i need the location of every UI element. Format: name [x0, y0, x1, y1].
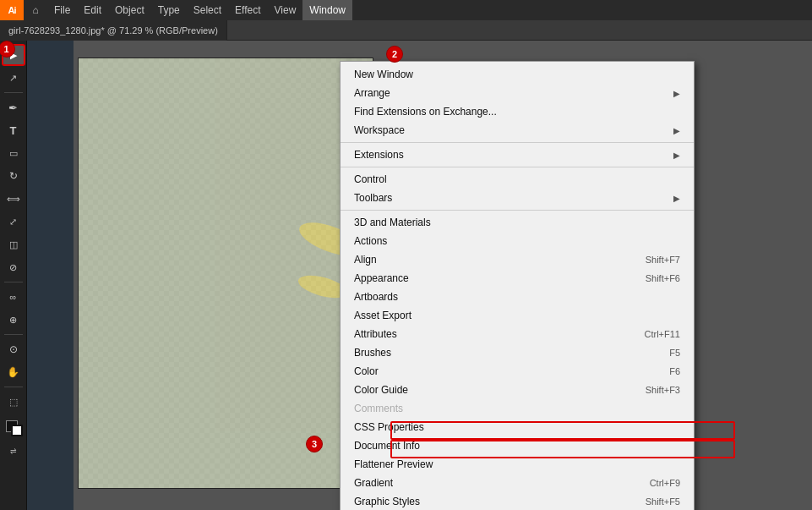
toolbars-arrow: ▶: [673, 194, 680, 203]
menu-view[interactable]: View: [268, 0, 303, 20]
appearance-shortcut: Shift+F6: [646, 273, 680, 283]
main-area: ▶ 1 ↗ ✒ T ▭ ↻ ⟺ ⤢ ◫ ⊘ ∞ ⊕ ⊙ ✋ ⬚ ⇌: [0, 41, 812, 510]
menu-object[interactable]: Object: [108, 0, 151, 20]
menu-item-graphic-styles[interactable]: Graphic Styles Shift+F5: [341, 492, 694, 510]
menu-item-find-extensions[interactable]: Find Extensions on Exchange...: [341, 102, 694, 121]
menu-item-new-window[interactable]: New Window: [341, 65, 694, 84]
menu-item-comments: Comments: [341, 399, 694, 418]
color-guide-shortcut: Shift+F3: [646, 385, 680, 395]
menu-bar: Ai ⌂ File Edit Object Type Select Effect…: [0, 0, 812, 20]
toolbar-divider-3: [4, 334, 23, 335]
menu-item-document-info[interactable]: Document Info: [341, 436, 694, 455]
menu-item-flattener-preview[interactable]: Flattener Preview: [341, 455, 694, 474]
brushes-shortcut: F5: [669, 348, 680, 358]
menu-item-color[interactable]: Color F6: [341, 362, 694, 381]
graphic-styles-shortcut: Shift+F5: [646, 496, 680, 507]
menu-item-color-guide[interactable]: Color Guide Shift+F3: [341, 381, 694, 399]
menu-type[interactable]: Type: [151, 0, 187, 20]
home-icon[interactable]: ⌂: [24, 0, 47, 20]
menu-window[interactable]: Window: [302, 0, 352, 20]
menu-item-extensions[interactable]: Extensions ▶: [341, 145, 694, 164]
menu-item-attributes[interactable]: Attributes Ctrl+F11: [341, 325, 694, 343]
menu-select[interactable]: Select: [187, 0, 228, 20]
tab-bar: girl-7628293_1280.jpg* @ 71.29 % (RGB/Pr…: [0, 20, 812, 41]
pen-tool[interactable]: ✒: [2, 96, 25, 118]
app-logo: Ai: [0, 0, 24, 20]
zoom-tool[interactable]: ⊙: [2, 338, 25, 360]
attributes-shortcut: Ctrl+F11: [645, 329, 681, 339]
blend-tool[interactable]: ∞: [2, 286, 25, 308]
gradient-tool[interactable]: ◫: [2, 233, 25, 255]
hand-tool[interactable]: ✋: [2, 361, 25, 383]
left-toolbar: ▶ 1 ↗ ✒ T ▭ ↻ ⟺ ⤢ ◫ ⊘ ∞ ⊕ ⊙ ✋ ⬚ ⇌: [0, 41, 27, 510]
rotate-tool[interactable]: ↻: [2, 165, 25, 187]
document-canvas: [78, 58, 373, 489]
menu-item-brushes[interactable]: Brushes F5: [341, 343, 694, 362]
badge-toolbar: 1: [0, 41, 15, 58]
badge-window-menu: 2: [386, 46, 403, 63]
menu-separator-2: [341, 167, 694, 167]
window-menu-dropdown: New Window Arrange ▶ Find Extensions on …: [340, 61, 695, 510]
canvas-border: [78, 58, 373, 489]
direct-select-tool[interactable]: ↗: [2, 67, 25, 89]
artboard-tool[interactable]: ⬚: [2, 391, 25, 413]
canvas-area: New Window Arrange ▶ Find Extensions on …: [27, 41, 812, 510]
menu-item-appearance[interactable]: Appearance Shift+F6: [341, 269, 694, 288]
stroke-swatch: [11, 425, 23, 436]
swap-colors[interactable]: ⇌: [2, 440, 25, 462]
toolbar-divider-2: [4, 282, 23, 282]
align-shortcut: Shift+F7: [646, 255, 680, 265]
document-tab[interactable]: girl-7628293_1280.jpg* @ 71.29 % (RGB/Pr…: [0, 20, 227, 41]
reflect-tool[interactable]: ⟺: [2, 188, 25, 210]
left-panel: [27, 41, 74, 510]
menu-separator-3: [341, 210, 694, 211]
symbol-tool[interactable]: ⊕: [2, 309, 25, 331]
color-swatches[interactable]: [2, 417, 25, 439]
menu-edit[interactable]: Edit: [77, 0, 108, 20]
menu-item-actions[interactable]: Actions: [341, 232, 694, 250]
menu-item-artboards[interactable]: Artboards: [341, 288, 694, 306]
toolbar-divider-1: [4, 92, 23, 93]
text-tool[interactable]: T: [2, 119, 25, 141]
menu-item-3d-materials[interactable]: 3D and Materials: [341, 213, 694, 232]
menu-item-gradient[interactable]: Gradient Ctrl+F9: [341, 474, 694, 492]
workspace-arrow: ▶: [673, 126, 680, 135]
menu-item-arrange[interactable]: Arrange ▶: [341, 84, 694, 102]
eyedropper-tool[interactable]: ⊘: [2, 256, 25, 278]
menu-effect[interactable]: Effect: [228, 0, 267, 20]
extensions-arrow: ▶: [673, 151, 680, 160]
menu-item-css-properties[interactable]: CSS Properties: [341, 418, 694, 436]
scale-tool[interactable]: ⤢: [2, 211, 25, 233]
arrange-arrow: ▶: [673, 89, 680, 98]
color-shortcut: F6: [669, 366, 680, 376]
toolbar-divider-4: [4, 387, 23, 387]
menu-separator-1: [341, 142, 694, 143]
menu-item-toolbars[interactable]: Toolbars ▶: [341, 189, 694, 207]
menu-item-align[interactable]: Align Shift+F7: [341, 250, 694, 269]
badge-image-trace: 3: [306, 436, 323, 452]
menu-file[interactable]: File: [47, 0, 77, 20]
menu-item-workspace[interactable]: Workspace ▶: [341, 121, 694, 140]
rectangle-tool[interactable]: ▭: [2, 142, 25, 164]
gradient-shortcut: Ctrl+F9: [650, 478, 680, 488]
menu-item-asset-export[interactable]: Asset Export: [341, 306, 694, 325]
menu-item-control[interactable]: Control: [341, 170, 694, 189]
